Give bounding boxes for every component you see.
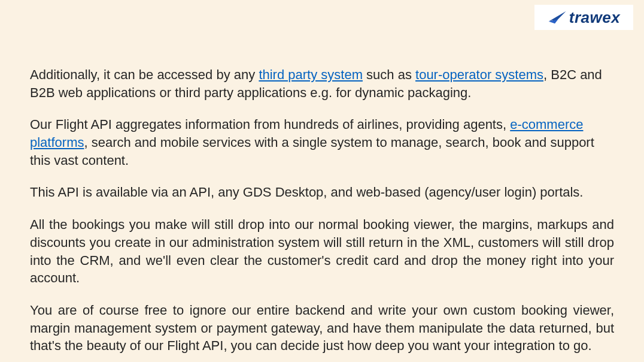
paper-plane-icon — [548, 9, 568, 26]
paragraph: Additionally, it can be accessed by any … — [30, 66, 614, 101]
text-run: This API is available via an API, any GD… — [30, 185, 583, 200]
document-content: Additionally, it can be accessed by any … — [30, 66, 614, 362]
paragraph: This API is available via an API, any GD… — [30, 183, 614, 201]
paragraph: Our Flight API aggregates information fr… — [30, 116, 614, 169]
brand-logo: trawex — [534, 5, 633, 30]
inline-link[interactable]: third party system — [259, 67, 363, 82]
text-run: You are of course free to ignore our ent… — [30, 303, 614, 353]
text-run: such as — [363, 67, 415, 82]
brand-wordmark: trawex — [569, 10, 620, 25]
text-run: , search and mobile services with a sing… — [30, 135, 594, 168]
text-run: Our Flight API aggregates information fr… — [30, 117, 510, 132]
inline-link[interactable]: tour-operator systems — [415, 67, 543, 82]
paragraph: All the bookings you make will still dro… — [30, 216, 614, 287]
paragraph: You are of course free to ignore our ent… — [30, 301, 614, 355]
text-run: All the bookings you make will still dro… — [30, 217, 614, 285]
text-run: Additionally, it can be accessed by any — [30, 67, 259, 82]
